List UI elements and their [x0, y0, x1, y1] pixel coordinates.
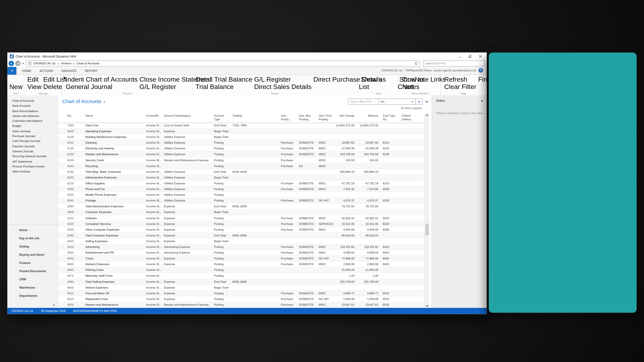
ribbon-tab[interactable]: NAVIGATE: [57, 67, 81, 75]
ribbon-tab[interactable]: HOME: [18, 67, 36, 75]
sidebar-nav-item[interactable]: Selling: [8, 242, 58, 250]
cell-name[interactable]: Selling Expenses: [85, 239, 146, 244]
table-row[interactable]: 8410 Advertising Income St... Advertisin…: [58, 244, 425, 250]
ribbon-button[interactable]: G/L Register: [252, 76, 312, 83]
table-row[interactable]: 8210 Office Supplies Income St... Utilit…: [58, 180, 425, 186]
table-row[interactable]: 8230 Phone and Fax Income St... Utilitie…: [58, 186, 425, 192]
filter-field-select[interactable]: No.: [379, 98, 416, 105]
cell-name[interactable]: Advertising: [85, 244, 146, 250]
cell-name[interactable]: Total Selling Expenses: [85, 279, 146, 285]
table-row[interactable]: 8000 Operating Expenses Income St... Exp…: [58, 129, 425, 134]
cell-name[interactable]: Total Administrative Expenses: [85, 204, 146, 209]
cell-name[interactable]: Other Computer Expenses: [85, 227, 146, 233]
cell-name[interactable]: Total Computer Expenses: [85, 233, 146, 238]
table-row[interactable]: 8530 Repairs and Maintenance Income St..…: [58, 302, 425, 308]
ribbon-button[interactable]: Edit: [26, 76, 42, 83]
table-row[interactable]: 8140 Recycling Income St... Posting Purc…: [58, 163, 425, 169]
application-menu-button[interactable]: [8, 67, 16, 75]
history-dropdown-icon[interactable]: [22, 62, 24, 65]
table-row[interactable]: 8290 Total Administrative Expenses Incom…: [58, 204, 425, 210]
notes-collapse-icon[interactable]: [480, 100, 483, 103]
refresh-page-icon[interactable]: [414, 61, 418, 65]
table-row[interactable]: 8240 Postage Income St... Utilities Expe…: [58, 198, 425, 204]
ribbon-button[interactable]: Notes: [400, 83, 429, 91]
cell-name[interactable]: Cleaning: [85, 140, 146, 146]
sidebar-item[interactable]: Purchase Journals: [8, 134, 58, 139]
table-row[interactable]: 8450 Delivery Expenses Income St... Expe…: [58, 262, 425, 268]
breadcrumb[interactable]: CRONUS UK Ltd.FinanceChart of Accounts: [26, 60, 420, 66]
sidebar-item[interactable]: Process Purchase invoice: [8, 164, 58, 169]
scroll-down-icon[interactable]: [426, 304, 429, 308]
search-input[interactable]: Search (Ctrl+F3): [423, 60, 484, 66]
cell-name[interactable]: Travel: [85, 256, 146, 261]
ribbon-button[interactable]: General Journal: [64, 83, 138, 91]
table-row[interactable]: 8235 Mobile Phone Expenses Income St... …: [58, 192, 425, 198]
ribbon-button[interactable]: Direct Sales Details: [252, 83, 312, 91]
sidebar-nav-item[interactable]: Day in the Life: [8, 234, 58, 242]
sidebar-item[interactable]: General Journals: [8, 149, 58, 154]
cell-name[interactable]: Computer Expenses: [85, 210, 146, 215]
sidebar-item[interactable]: Customers with Balance: [8, 119, 58, 124]
breadcrumb-item[interactable]: Finance: [56, 62, 72, 65]
cell-name[interactable]: Building Maintenance Expenses: [85, 134, 146, 140]
vertical-scrollbar[interactable]: [425, 113, 429, 308]
close-icon[interactable]: [478, 54, 482, 58]
cell-name[interactable]: Entertainment and PR: [85, 250, 146, 256]
cell-name[interactable]: Repairs and Maintenance: [85, 302, 146, 308]
sidebar-item[interactable]: Cash Receipt Journals: [8, 139, 58, 144]
cell-name[interactable]: Registration Fees: [85, 296, 146, 302]
cell-name[interactable]: Operating Expenses: [85, 129, 146, 134]
sidebar-item[interactable]: Vendor with Balances: [8, 114, 58, 119]
ribbon-button[interactable]: Show as List: [359, 76, 398, 91]
sidebar-item[interactable]: Chart of Accounts: [8, 98, 58, 104]
sidebar-item[interactable]: Sales Invoices: [8, 169, 58, 174]
table-row[interactable]: 8190 Total Bldg. Maint. Expenses Income …: [58, 169, 425, 175]
table-row[interactable]: 7995 Total Cost Income St... Cost of Goo…: [58, 123, 425, 129]
table-row[interactable]: 8390 Total Computer Expenses Income St..…: [58, 233, 425, 239]
sidebar-item[interactable]: Recurring General Journals: [8, 154, 58, 159]
sidebar-item[interactable]: Bank Accounts: [8, 104, 58, 109]
cell-name[interactable]: Policing Costs: [85, 267, 146, 273]
breadcrumb-item[interactable]: Chart of Accounts: [72, 62, 99, 65]
back-button[interactable]: [8, 61, 14, 66]
ribbon-tab[interactable]: REPORT: [81, 67, 102, 75]
cell-name[interactable]: Vehicle Expenses: [85, 285, 146, 291]
table-row[interactable]: 8110 Cleaning Income St... Utilities Exp…: [58, 140, 425, 146]
sidebar-nav-item[interactable]: CRM: [8, 275, 58, 283]
sidebar-nav-item[interactable]: Finance: [8, 259, 58, 267]
table-row[interactable]: 8100 Building Maintenance Expenses Incom…: [58, 134, 425, 140]
ribbon-button[interactable]: View: [26, 83, 42, 91]
sidebar-nav-item[interactable]: Posted Documents: [8, 267, 58, 275]
status-date[interactable]: 09 September 2018: [41, 310, 66, 312]
sidebar-item[interactable]: Payment Journals: [8, 144, 58, 149]
filter-pane-expand-icon[interactable]: [425, 100, 428, 103]
table-row[interactable]: 8320 Consultant Services Income St... Ex…: [58, 221, 425, 227]
cell-name[interactable]: Postage: [85, 198, 146, 204]
breadcrumb-item[interactable]: CRONUS UK Ltd.: [33, 62, 56, 65]
table-row[interactable]: 8310 Software Income St... Expense Posti…: [58, 215, 425, 221]
ribbon-button[interactable]: Detail Trial Balance: [194, 76, 252, 83]
table-row[interactable]: 8490 Total Selling Expenses Income St...…: [58, 279, 425, 285]
ribbon-button[interactable]: OneNote: [400, 76, 429, 83]
minimize-icon[interactable]: [458, 54, 462, 58]
ribbon-button[interactable]: Clear Filter: [442, 83, 476, 91]
ribbon-button[interactable]: Trial Balance: [194, 83, 252, 91]
table-row[interactable]: 8420 Entertainment and PR Income St... A…: [58, 250, 425, 256]
table-row[interactable]: 8520 Registration Fees Income St... Expe…: [58, 296, 425, 302]
sidebar-item[interactable]: VAT Statements: [8, 159, 58, 164]
table-row[interactable]: 8460 Policing Costs Income St... Posting…: [58, 267, 425, 273]
status-company[interactable]: CRONUS UK Ltd.: [12, 310, 34, 312]
ribbon-tab[interactable]: ACTIONS: [36, 67, 58, 75]
sidebar-nav-item[interactable]: Home: [8, 226, 58, 234]
cell-name[interactable]: Total Cost: [85, 123, 146, 128]
cell-name[interactable]: Repairs and Maintenance: [85, 152, 146, 157]
table-row[interactable]: 8135 Security Costs Income St... Repairs…: [58, 157, 425, 163]
sidebar-nav-item[interactable]: Warehouse: [8, 283, 58, 292]
cell-name[interactable]: Total Bldg. Maint. Expenses: [85, 169, 146, 175]
cell-name[interactable]: Matchday Staff Costs: [85, 273, 146, 279]
sidebar-collapse-icon[interactable]: [52, 304, 55, 307]
table-row[interactable]: 8330 Other Computer Expenses Income St..…: [58, 227, 425, 233]
table-row[interactable]: 8120 Electricity and Heating Income St..…: [58, 146, 425, 152]
grid-header[interactable]: No. Name Income/B... Account Subcategory…: [58, 113, 425, 123]
sidebar-item[interactable]: Bank Reconciliations: [8, 109, 58, 114]
